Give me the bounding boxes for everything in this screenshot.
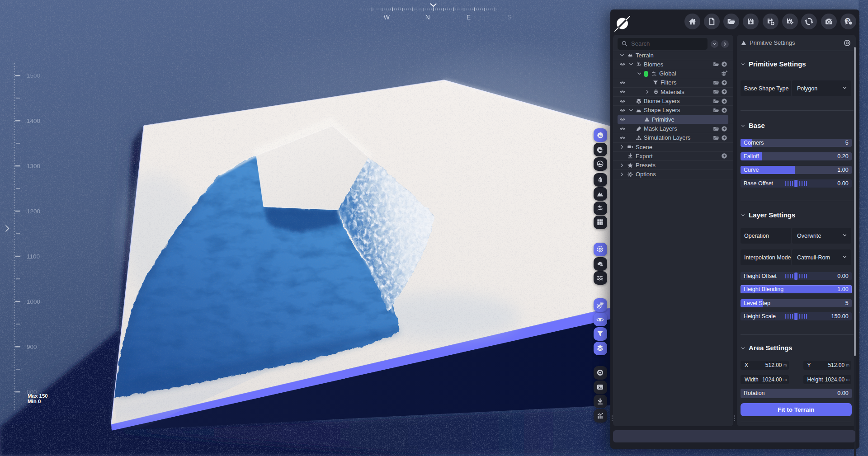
svg-text:1000: 1000 xyxy=(27,298,40,305)
svg-text:1200: 1200 xyxy=(27,208,40,215)
svg-text:Min 0: Min 0 xyxy=(28,399,41,404)
svg-text:S: S xyxy=(507,14,511,21)
svg-text:1500: 1500 xyxy=(27,72,40,79)
svg-text:E: E xyxy=(467,14,471,21)
svg-text:900: 900 xyxy=(27,343,37,350)
svg-text:1400: 1400 xyxy=(27,118,40,124)
svg-text:N: N xyxy=(425,14,430,21)
svg-text:1300: 1300 xyxy=(27,163,40,169)
svg-text:1100: 1100 xyxy=(27,253,40,260)
svg-text:Max 150: Max 150 xyxy=(28,393,48,399)
svg-text:W: W xyxy=(384,14,390,21)
svg-text:?: ? xyxy=(846,18,849,23)
